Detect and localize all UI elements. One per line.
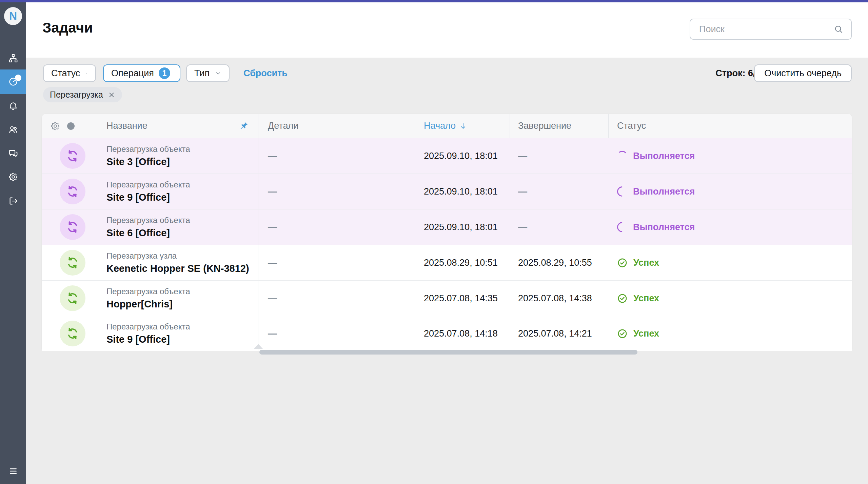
reboot-avatar xyxy=(60,179,85,204)
task-details-cell: — xyxy=(258,209,414,245)
filter-status-label: Статус xyxy=(51,68,80,79)
task-name-cell: Перезагрузка объекта Site 9 [Office] xyxy=(95,174,258,209)
task-icon-cell xyxy=(42,316,95,351)
sidebar-item-support[interactable] xyxy=(0,141,26,165)
pin-column-icon[interactable] xyxy=(239,121,249,131)
sidebar: N xyxy=(0,2,26,484)
filter-operation-button[interactable]: Операция 1 xyxy=(103,64,180,82)
task-start-cell: 2025.08.29, 10:51 xyxy=(414,245,510,280)
task-icon-cell xyxy=(42,138,95,174)
tasks-activity-badge xyxy=(15,75,21,81)
reboot-sync-icon xyxy=(65,220,80,234)
table-row[interactable]: Перезагрузка объекта Site 3 [Office] — 2… xyxy=(42,138,852,174)
finish-value: — xyxy=(518,186,527,197)
task-type-label: Перезагрузка объекта xyxy=(106,144,190,154)
users-icon xyxy=(8,124,18,135)
status-label: Успех xyxy=(633,258,659,268)
clear-queue-button[interactable]: Очистить очередь xyxy=(754,64,852,82)
filter-operation-count-badge: 1 xyxy=(159,67,170,79)
table-row[interactable]: Перезагрузка объекта Site 6 [Office] — 2… xyxy=(42,209,852,245)
details-value: — xyxy=(268,222,277,233)
task-name-cell: Перезагрузка объекта Site 6 [Office] xyxy=(95,209,258,245)
table-row[interactable]: Перезагрузка узла Keenetic Hopper SE (KN… xyxy=(42,245,852,281)
sidebar-item-settings[interactable] xyxy=(0,165,26,189)
task-name: Keenetic Hopper SE (KN-3812) xyxy=(106,263,249,274)
details-value: — xyxy=(268,151,277,161)
filter-status-button[interactable]: Статус xyxy=(43,64,96,82)
bell-icon xyxy=(8,101,18,111)
horizontal-scrollbar-thumb[interactable] xyxy=(259,350,637,355)
spinner-icon xyxy=(615,220,629,234)
table-settings-gear-icon[interactable] xyxy=(50,121,60,131)
table-row[interactable]: Перезагрузка объекта Site 9 [Office] — 2… xyxy=(42,316,852,351)
reboot-avatar xyxy=(60,143,85,169)
reset-filters-link[interactable]: Сбросить xyxy=(243,64,288,82)
task-type-label: Перезагрузка объекта xyxy=(106,287,190,296)
reboot-sync-icon xyxy=(65,326,80,341)
status-label: Успех xyxy=(633,293,659,304)
column-header-settings xyxy=(42,114,95,138)
sidebar-item-logout[interactable] xyxy=(0,189,26,213)
table-body: Перезагрузка объекта Site 3 [Office] — 2… xyxy=(42,138,852,351)
task-name-cell: Перезагрузка объекта Hopper[Chris] xyxy=(95,281,258,316)
sidebar-item-network[interactable] xyxy=(0,46,26,70)
network-icon xyxy=(8,53,18,63)
reboot-avatar xyxy=(60,214,85,240)
task-status-cell: Успех xyxy=(609,281,852,316)
sidebar-item-tasks[interactable] xyxy=(0,69,26,94)
task-name: Hopper[Chris] xyxy=(106,299,173,310)
gear-icon xyxy=(8,172,18,182)
close-icon[interactable] xyxy=(108,91,115,99)
page-header: Задачи xyxy=(26,2,868,58)
task-status-cell: Успех xyxy=(609,316,852,351)
table-row[interactable]: Перезагрузка объекта Site 9 [Office] — 2… xyxy=(42,174,852,209)
check-circle-icon xyxy=(617,258,628,268)
spinner-icon xyxy=(615,184,629,199)
details-value: — xyxy=(268,186,277,197)
menu-icon xyxy=(8,466,18,476)
task-finish-cell: 2025.07.08, 14:38 xyxy=(510,281,609,316)
app-logo[interactable]: N xyxy=(4,7,22,25)
sidebar-menu-toggle[interactable] xyxy=(0,459,26,483)
filter-type-button[interactable]: Тип xyxy=(186,64,230,82)
filter-chip-reboot[interactable]: Перезагрузка xyxy=(43,87,122,102)
task-icon-cell xyxy=(42,174,95,209)
filter-type-label: Тип xyxy=(194,68,210,79)
search-box[interactable] xyxy=(690,19,852,40)
details-value: — xyxy=(268,328,277,339)
status-label: Выполняется xyxy=(633,222,695,233)
status-dot-icon xyxy=(67,122,75,130)
task-status-cell: Выполняется xyxy=(609,138,852,174)
task-status-cell: Выполняется xyxy=(609,174,852,209)
task-icon-cell xyxy=(42,281,95,316)
sidebar-item-users[interactable] xyxy=(0,118,26,141)
reboot-sync-icon xyxy=(65,184,80,199)
reboot-avatar xyxy=(60,321,85,346)
search-input[interactable] xyxy=(698,24,833,35)
column-header-name: Название xyxy=(95,114,258,138)
sidebar-item-notifications[interactable] xyxy=(0,94,26,118)
finish-value: — xyxy=(518,222,527,233)
task-status-cell: Успех xyxy=(609,245,852,280)
task-details-cell: — xyxy=(258,138,414,174)
finish-value: 2025.07.08, 14:21 xyxy=(518,328,592,339)
filter-chip-label: Перезагрузка xyxy=(50,90,103,100)
task-details-cell: — xyxy=(258,316,414,351)
task-status-cell: Выполняется xyxy=(609,209,852,245)
filter-operation-label: Операция xyxy=(111,68,154,79)
task-name-cell: Перезагрузка объекта Site 3 [Office] xyxy=(95,138,258,174)
task-name: Site 9 [Office] xyxy=(106,192,170,203)
start-value: 2025.09.10, 18:01 xyxy=(424,222,498,233)
search-icon xyxy=(833,24,844,34)
task-start-cell: 2025.09.10, 18:01 xyxy=(414,174,510,209)
task-name-cell: Перезагрузка объекта Site 9 [Office] xyxy=(95,316,258,351)
start-value: 2025.08.29, 10:51 xyxy=(424,258,498,268)
reboot-avatar xyxy=(60,250,85,276)
table-row[interactable]: Перезагрузка объекта Hopper[Chris] — 202… xyxy=(42,281,852,316)
task-finish-cell: 2025.08.29, 10:55 xyxy=(510,245,609,280)
column-header-finish: Завершение xyxy=(510,114,609,138)
task-start-cell: 2025.07.08, 14:18 xyxy=(414,316,510,351)
task-finish-cell: — xyxy=(510,138,609,174)
column-header-start-sort[interactable]: Начало xyxy=(414,114,510,138)
finish-value: — xyxy=(518,151,527,161)
